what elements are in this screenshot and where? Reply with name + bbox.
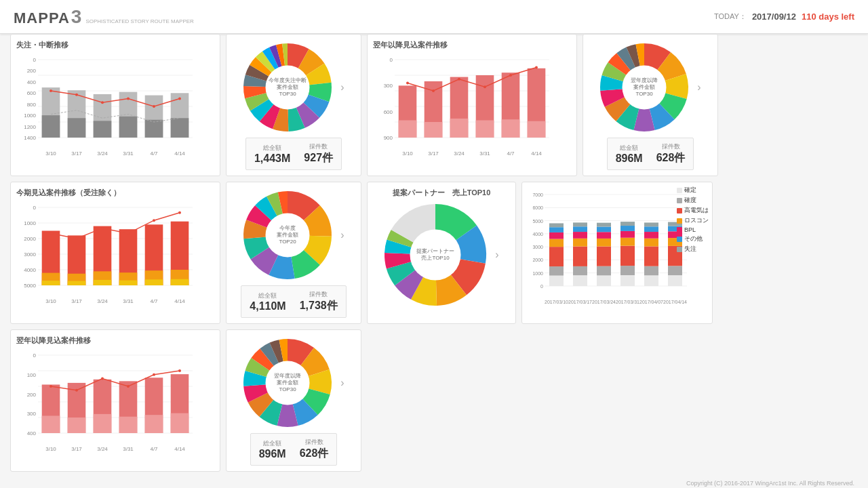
legend-item-3: ロスコン xyxy=(677,216,709,225)
donut2-expand[interactable]: › xyxy=(338,229,347,241)
row3: 翌年以降見込案件推移 › 総全額 896M 採件数 628件 xyxy=(0,329,868,472)
donut3b-total-value: 896M xyxy=(259,448,286,460)
panel-loss-trend: 失注・中断推移 xyxy=(10,34,220,176)
donut2-count: 採件数 1,738件 xyxy=(300,290,338,313)
donut4-chart xyxy=(597,40,692,135)
donut2-count-label: 採件数 xyxy=(309,290,328,299)
donut4-summary: 総金額 896M 採件数 628件 xyxy=(607,138,694,170)
donut4-total-label: 総金額 xyxy=(620,144,638,152)
donut1-count: 採件数 927件 xyxy=(304,142,333,165)
donut1-count-label: 採件数 xyxy=(309,142,328,151)
loss-trend-title: 失注・中断推移 xyxy=(16,40,214,50)
current-forecast-title: 今期見込案件推移（受注除く） xyxy=(16,188,214,198)
donut1-total-label: 総全額 xyxy=(263,144,281,152)
panel-donut3: › 総全額 896M 採件数 628件 xyxy=(226,329,361,472)
partner-donut-wrapper: › xyxy=(381,201,501,309)
donut2-wrapper: › xyxy=(240,188,347,283)
panel-donut2: › 総全額 4,110M 採件数 1,738件 xyxy=(226,182,361,324)
partner-donut-panel: 提案パートナー 売上TOP10 › xyxy=(367,182,516,324)
legend-item-2: 高電気は xyxy=(677,206,709,215)
donut4-expand[interactable]: › xyxy=(694,81,703,94)
donut3b-count-value: 628件 xyxy=(300,447,329,461)
stacked-bar-panel: 確定 確度 高電気は ロスコン BPL その他 失注 xyxy=(521,182,713,324)
partner-title: 提案パートナー 売上TOP10 xyxy=(393,188,491,198)
header-date: 2017/09/12 xyxy=(752,12,796,22)
row1: 失注・中断推移 › 総全額 1,443M 採件数 927件 翌年以降見込案件推移… xyxy=(0,34,868,176)
donut3b-summary: 総全額 896M 採件数 628件 xyxy=(250,433,338,466)
partner-donut-chart xyxy=(381,201,490,309)
donut2-total-value: 4,110M xyxy=(250,300,285,312)
stacked-legend: 確定 確度 高電気は ロスコン BPL その他 失注 xyxy=(677,186,709,253)
donut3b-expand[interactable]: › xyxy=(338,377,347,389)
current-forecast-chart xyxy=(16,201,213,306)
donut1-wrapper: › xyxy=(240,40,347,135)
donut4-total: 総金額 896M xyxy=(616,144,643,165)
row2: 今期見込案件推移（受注除く） › 総全額 4,110M 採件数 1,738件 提… xyxy=(0,182,868,324)
donut1-summary: 総全額 1,443M 採件数 927件 xyxy=(245,138,342,170)
panel-next-year-trend: 翌年以降見込案件推移 xyxy=(367,34,577,176)
footer-row: Copyright (C) 2016-2017 WingArc1st Inc. … xyxy=(0,477,868,488)
nextyear-forecast-title: 翌年以降見込案件推移 xyxy=(16,336,214,346)
panel-donut1: › 総全額 1,443M 採件数 927件 xyxy=(226,34,361,176)
footer-copyright-right: Copyright (C) 2016-2017 WingArc1st Inc. … xyxy=(686,480,854,487)
donut2-total-label: 総全額 xyxy=(258,291,277,300)
donut1-expand[interactable]: › xyxy=(338,81,347,94)
donut3b-wrapper: › xyxy=(240,336,347,430)
donut2-chart xyxy=(240,188,335,283)
next-year-trend-title: 翌年以降見込案件推移 xyxy=(373,40,571,50)
next-year-trend-chart xyxy=(373,53,570,158)
donut3b-chart xyxy=(240,336,335,430)
partner-expand[interactable]: › xyxy=(492,249,501,261)
header: MAPPA 3 SOPHISTICATED STORY ROUTE MAPPER… xyxy=(0,0,868,34)
donut3b-total-label: 総全額 xyxy=(263,439,281,448)
donut1-total: 総全額 1,443M xyxy=(254,144,290,165)
donut3b-total: 総全額 896M xyxy=(259,439,286,460)
partner-section: 提案パートナー 売上TOP10 › 確定 確度 高電気は ロスコン BPL その… xyxy=(367,182,713,324)
legend-item-0: 確定 xyxy=(677,186,709,195)
panel-nextyear-forecast: 翌年以降見込案件推移 xyxy=(10,329,220,472)
donut2-count-value: 1,738件 xyxy=(300,299,338,313)
legend-list: 確定 確度 高電気は ロスコン BPL その他 失注 xyxy=(677,186,709,253)
donut3b-count-label: 採件数 xyxy=(305,438,323,447)
logo-sub: SOPHISTICATED STORY ROUTE MAPPER xyxy=(85,19,193,24)
nextyear-forecast-chart xyxy=(16,348,213,453)
days-left: 110 days left xyxy=(802,12,854,22)
legend-item-1: 確度 xyxy=(677,196,709,205)
legend-item-5: その他 xyxy=(677,235,709,243)
donut3b-count: 採件数 628件 xyxy=(300,438,329,461)
donut4-count-value: 628件 xyxy=(656,151,686,165)
today-label: TODAY： xyxy=(714,12,747,22)
stacked-bar-chart xyxy=(528,188,690,306)
header-right: TODAY： 2017/09/12 110 days left xyxy=(714,12,854,22)
donut1-total-value: 1,443M xyxy=(254,152,290,165)
loss-trend-chart xyxy=(16,53,213,158)
panel-donut4: › 総金額 896M 採件数 628件 xyxy=(583,34,718,176)
donut4-count: 採件数 628件 xyxy=(656,142,686,165)
row3-right xyxy=(367,329,858,472)
legend-item-6: 失注 xyxy=(677,245,709,253)
logo: MAPPA 3 SOPHISTICATED STORY ROUTE MAPPER xyxy=(14,6,194,28)
donut4-wrapper: › xyxy=(597,40,703,135)
legend-item-4: BPL xyxy=(677,226,709,233)
panel-current-forecast: 今期見込案件推移（受注除く） xyxy=(10,182,220,324)
donut1-count-value: 927件 xyxy=(304,151,333,165)
donut4-count-label: 採件数 xyxy=(662,142,680,151)
donut2-summary: 総全額 4,110M 採件数 1,738件 xyxy=(241,285,346,318)
donut2-total: 総全額 4,110M xyxy=(250,291,285,312)
donut1-chart xyxy=(240,40,335,135)
logo-number: 3 xyxy=(71,6,82,28)
donut4-total-value: 896M xyxy=(616,152,643,165)
logo-mappa: MAPPA xyxy=(14,9,70,27)
